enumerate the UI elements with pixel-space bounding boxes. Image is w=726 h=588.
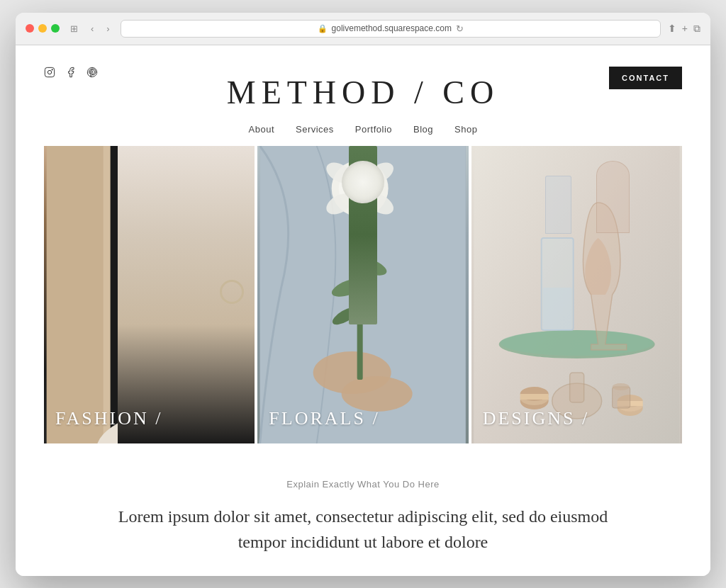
nav-blog[interactable]: Blog — [413, 124, 433, 135]
tagline-text: Explain Exactly What You Do Here — [44, 479, 682, 490]
svg-rect-8 — [171, 344, 206, 401]
svg-rect-5 — [111, 146, 217, 443]
site-nav: About Services Portfolio Blog Shop — [44, 118, 682, 146]
facebook-icon[interactable] — [65, 67, 77, 80]
svg-rect-0 — [45, 67, 54, 77]
site-header: METHOD / CO CONTACT About Services Portf… — [16, 45, 710, 146]
svg-point-1 — [48, 70, 51, 74]
reload-icon[interactable]: ↻ — [456, 23, 464, 34]
share-icon[interactable]: ⬆ — [668, 23, 676, 35]
body-text: Lorem ipsum dolor sit amet, consectetur … — [115, 504, 611, 555]
windows-icon[interactable]: ⧉ — [693, 23, 700, 35]
florals-label: FLORALS / — [269, 408, 379, 429]
forward-button[interactable]: › — [103, 22, 113, 35]
svg-point-9 — [155, 333, 172, 356]
fashion-image — [44, 146, 255, 443]
svg-point-48 — [612, 383, 629, 390]
pinterest-icon[interactable] — [86, 67, 98, 80]
svg-point-2 — [52, 69, 52, 69]
browser-controls: ⊞ ‹ › — [67, 22, 113, 35]
svg-point-10 — [150, 354, 173, 377]
website-content: METHOD / CO CONTACT About Services Portf… — [16, 45, 710, 576]
svg-rect-36 — [542, 288, 571, 330]
florals-image — [257, 146, 468, 443]
browser-window: ⊞ ‹ › 🔒 golivemethod.squarespace.com ↻ ⬆… — [16, 13, 710, 576]
lock-icon: 🔒 — [318, 24, 328, 33]
site-body: Explain Exactly What You Do Here Lorem i… — [16, 443, 710, 576]
maximize-button[interactable] — [51, 24, 60, 33]
browser-actions: ⬆ + ⧉ — [668, 23, 700, 35]
designs-image — [471, 146, 682, 443]
url-text: golivemethod.squarespace.com — [332, 23, 452, 33]
window-controls-icon: ⊞ — [67, 22, 82, 35]
svg-rect-4 — [104, 146, 252, 443]
svg-rect-38 — [569, 373, 583, 402]
svg-point-11 — [157, 367, 166, 375]
grid-item-florals[interactable]: FLORALS / — [257, 146, 468, 443]
svg-point-15 — [342, 376, 413, 412]
svg-point-23 — [352, 149, 369, 178]
svg-point-26 — [352, 199, 369, 227]
grid-item-designs[interactable]: DESIGNS / — [471, 146, 682, 443]
svg-point-22 — [346, 174, 374, 203]
new-tab-icon[interactable]: + — [682, 23, 688, 35]
contact-button[interactable]: CONTACT — [609, 67, 682, 89]
social-icons — [44, 67, 98, 80]
nav-portfolio[interactable]: Portfolio — [355, 124, 392, 135]
svg-point-29 — [352, 180, 369, 197]
designs-label: DESIGNS / — [483, 408, 590, 429]
nav-about[interactable]: About — [249, 124, 274, 135]
grid-item-fashion[interactable]: FASHION / — [44, 146, 255, 443]
site-title: METHOD / CO — [44, 60, 682, 118]
instagram-icon[interactable] — [44, 67, 55, 80]
svg-rect-16 — [357, 203, 363, 380]
fashion-label: FASHION / — [55, 408, 162, 429]
address-bar[interactable]: 🔒 golivemethod.squarespace.com ↻ — [121, 20, 661, 38]
svg-rect-42 — [520, 394, 548, 400]
traffic-lights — [26, 24, 60, 33]
close-button[interactable] — [26, 24, 34, 33]
svg-point-33 — [500, 330, 653, 356]
back-button[interactable]: ‹ — [87, 22, 97, 35]
image-grid: FASHION / — [16, 146, 710, 443]
nav-services[interactable]: Services — [296, 124, 334, 135]
nav-shop[interactable]: Shop — [454, 124, 477, 135]
minimize-button[interactable] — [38, 24, 47, 33]
browser-chrome: ⊞ ‹ › 🔒 golivemethod.squarespace.com ↻ ⬆… — [16, 13, 710, 45]
svg-rect-3 — [47, 146, 252, 443]
